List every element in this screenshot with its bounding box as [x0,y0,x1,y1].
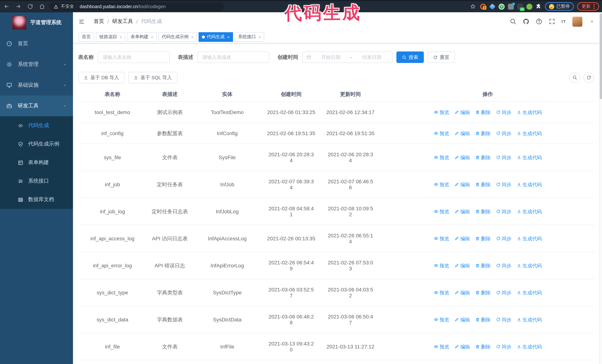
action-delete[interactable]: 删除 [475,131,491,136]
extension-icon-green-check[interactable]: V [499,3,505,10]
action-sync[interactable]: 同步 [496,155,511,160]
tab-home[interactable]: 首页 [78,32,94,42]
reload-icon[interactable] [27,4,33,9]
caret-down-icon[interactable] [589,18,595,25]
action-edit[interactable]: 编辑 [454,290,470,295]
action-delete[interactable]: 删除 [475,236,491,241]
sidebar-subitem-codegen[interactable]: 代码生成 [0,116,73,135]
date-range-picker[interactable]: 开始日期 - 结束日期 [302,52,393,63]
extension-icon-gem[interactable] [489,3,495,10]
action-edit[interactable]: 编辑 [454,263,470,268]
tab-form-build[interactable]: 表单构建× [127,32,157,42]
bookmark-star-icon[interactable] [470,4,476,9]
action-delete[interactable]: 删除 [475,290,491,295]
close-icon[interactable]: × [227,35,230,39]
home-icon[interactable] [39,4,45,9]
action-preview[interactable]: 预览 [434,209,449,214]
action-preview[interactable]: 预览 [434,109,449,115]
action-generate[interactable]: 生成代码 [516,155,542,160]
action-generate[interactable]: 生成代码 [516,109,542,115]
puzzle-icon[interactable] [536,4,541,9]
action-sync[interactable]: 同步 [496,109,511,115]
action-delete[interactable]: 删除 [475,155,491,160]
action-delete[interactable]: 删除 [475,209,491,214]
refresh-table-button[interactable] [583,73,594,83]
action-generate[interactable]: 生成代码 [516,290,542,295]
action-generate[interactable]: 生成代码 [516,236,542,241]
sidebar-subitem-codegen-example[interactable]: 代码生成示例 [0,135,73,153]
import-db-button[interactable]: 基于 DB 导入 [78,72,125,83]
action-preview[interactable]: 预览 [434,317,449,322]
action-generate[interactable]: 生成代码 [516,131,542,136]
sidebar-item-devtools[interactable]: 研发工具 [0,95,73,116]
action-generate[interactable]: 生成代码 [516,263,542,268]
hamburger-icon[interactable] [73,18,88,25]
tab-codegen-example[interactable]: 代码生成示例× [159,32,197,42]
action-delete[interactable]: 删除 [475,317,491,322]
fullscreen-icon[interactable] [548,18,555,25]
search-icon[interactable] [510,18,516,25]
avatar[interactable] [572,16,582,26]
action-generate[interactable]: 生成代码 [516,209,542,214]
action-edit[interactable]: 编辑 [454,344,470,349]
table-name-input[interactable] [98,52,170,63]
tab-system-api[interactable]: 系统接口× [235,32,264,42]
action-generate[interactable]: 生成代码 [516,182,542,187]
logo-row[interactable]: 芋道管理系统 [12,16,73,30]
sidebar-subitem-system-api[interactable]: 系统接口 [0,172,73,190]
tab-codegen[interactable]: 代码生成× [199,32,233,42]
action-preview[interactable]: 预览 [434,182,449,187]
scrollbar-thumb[interactable] [600,13,602,99]
action-preview[interactable]: 预览 [434,344,449,349]
breadcrumb-home[interactable]: 首页 [94,18,104,25]
action-delete[interactable]: 删除 [475,109,491,115]
font-size-icon[interactable]: tT [561,19,566,24]
close-icon[interactable]: × [191,35,194,39]
toggle-search-button[interactable] [570,73,580,83]
tab-trace[interactable]: 链路追踪× [96,32,125,42]
action-edit[interactable]: 编辑 [454,209,470,214]
action-sync[interactable]: 同步 [496,317,511,322]
sidebar-subitem-db-doc[interactable]: 数据库文档 [0,190,73,209]
close-icon[interactable]: × [120,35,122,39]
import-sql-button[interactable]: 基于 SQL 导入 [128,72,178,83]
action-sync[interactable]: 同步 [496,344,511,349]
action-delete[interactable]: 删除 [475,182,491,187]
sidebar-subitem-form-build[interactable]: 表单构建 [0,153,73,172]
table-desc-input[interactable] [197,52,269,63]
action-delete[interactable]: 删除 [475,263,491,268]
close-icon[interactable]: × [151,35,153,39]
close-icon[interactable]: × [258,35,261,39]
action-generate[interactable]: 生成代码 [516,317,542,322]
action-sync[interactable]: 同步 [496,209,511,214]
action-preview[interactable]: 预览 [434,290,449,295]
sidebar-item-home[interactable]: 首页 [0,33,73,54]
action-edit[interactable]: 编辑 [454,109,470,115]
action-sync[interactable]: 同步 [496,290,511,295]
paused-badge[interactable]: 已暂停 [545,2,574,11]
help-icon[interactable] [536,18,542,25]
action-preview[interactable]: 预览 [434,263,449,268]
action-sync[interactable]: 同步 [496,236,511,241]
update-button[interactable]: 更新 [577,2,599,11]
extension-icon-bug[interactable] [527,3,532,10]
action-sync[interactable]: 同步 [496,182,511,187]
reset-button[interactable]: 重置 [428,52,455,63]
search-button[interactable]: 搜索 [396,52,424,63]
action-edit[interactable]: 编辑 [454,182,470,187]
extension-icon-switch[interactable]: on [517,3,523,10]
action-delete[interactable]: 删除 [475,344,491,349]
action-preview[interactable]: 预览 [434,155,449,160]
action-sync[interactable]: 同步 [496,263,511,268]
action-preview[interactable]: 预览 [434,236,449,241]
action-sync[interactable]: 同步 [496,131,511,136]
github-icon[interactable] [523,18,529,25]
action-edit[interactable]: 编辑 [454,317,470,322]
sidebar-item-infra[interactable]: 基础设施 [0,75,73,95]
sidebar-item-system[interactable]: 系统管理 [0,54,73,75]
address-bar[interactable]: 不安全 dashboard.yudao.iocoder.cn/tool/code… [49,2,224,11]
extension-icon-orange[interactable]: 1 [480,3,486,10]
kebab-menu-icon[interactable] [593,6,595,7]
action-generate[interactable]: 生成代码 [516,344,542,349]
forward-icon[interactable] [16,4,21,9]
